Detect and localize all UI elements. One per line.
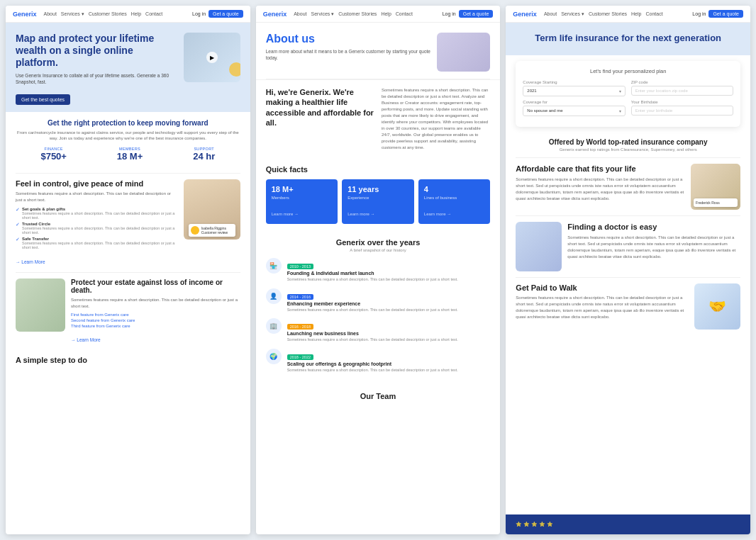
timeline-item-4: 🌍 2018 - 2022 Scaling our offerings & ge… — [266, 349, 491, 373]
panel-3: Generix About Services ▾ Customer Storie… — [506, 6, 750, 534]
nav-item-about-3[interactable]: About — [544, 11, 557, 17]
nav-item-stories-2[interactable]: Customer Stories — [338, 11, 377, 17]
about-title-2: About us — [266, 33, 432, 45]
dropdown-arrow-1: ▾ — [619, 89, 621, 94]
affordable-text-3: Affordable care that fits your life Some… — [516, 164, 685, 210]
form-label-zip: ZIP code — [631, 80, 733, 84]
generix-years-title: Generix over the years — [266, 238, 491, 247]
nav-items-1: About Services ▾ Customer Stories Help C… — [44, 11, 188, 17]
play-icon-1[interactable]: ▶ — [206, 52, 218, 63]
nav-login-1[interactable]: Log in — [192, 11, 206, 16]
nav-actions-1: Log in Get a quote — [192, 10, 243, 18]
feel-learn-more-1[interactable]: → Learn More — [16, 259, 45, 264]
form-input-zip[interactable]: Enter your location zip code — [631, 86, 733, 96]
panel-2: Generix About Services ▾ Customer Storie… — [256, 6, 501, 534]
feel-item-3: Safe Transfer Sometimes features require… — [16, 237, 178, 249]
form-input-birthdate[interactable]: Enter your birthdate — [631, 106, 733, 116]
nav-item-services-2[interactable]: Services ▾ — [311, 11, 335, 17]
nav-item-contact-3[interactable]: Contact — [645, 11, 662, 17]
timeline-year-3: 2016 - 2018 — [287, 324, 313, 330]
timeline-title-2: Enhancing member experience — [287, 301, 491, 306]
form-placeholder-birthdate: Enter your birthdate — [635, 108, 673, 113]
stat-members: MEMBERS 18 M+ — [117, 147, 143, 162]
our-team-title: Our Team — [266, 392, 491, 400]
form-input-coverage-starting[interactable]: 2021 ▾ — [523, 86, 625, 96]
nav-item-contact-1[interactable]: Contact — [145, 11, 162, 17]
nav-item-services-1[interactable]: Services ▾ — [61, 11, 84, 17]
dark-section-text-3: ⭐ ⭐ ⭐ ⭐ ⭐ — [516, 522, 740, 527]
nav-item-services-3[interactable]: Services ▾ — [561, 11, 584, 17]
finding-title-3: Finding a doctor is easy — [567, 222, 740, 232]
plan-form-3: Let's find your personalized plan Covera… — [516, 61, 740, 127]
timeline-title-3: Launching new business lines — [287, 331, 491, 336]
protect-text-1: Protect your estate against loss of inco… — [71, 279, 240, 344]
hi-title-2: Hi, we're Generix. We're making a health… — [266, 87, 374, 128]
affordable-card-name: Frederick Ross — [696, 201, 735, 205]
nav-logo-2: Generix — [263, 11, 287, 18]
feel-list-1: Set goals & plan gifts Sometimes feature… — [16, 207, 178, 249]
timeline-icon-2: 👤 — [266, 288, 282, 304]
stats-title-1: Get the right protection to keep moving … — [16, 119, 240, 127]
nav-item-about-1[interactable]: About — [44, 11, 57, 17]
nav-login-2[interactable]: Log in — [443, 11, 456, 16]
term-hero-3: Term life insurance for the next generat… — [506, 23, 750, 55]
nav-item-stories-1[interactable]: Customer Stories — [89, 11, 127, 17]
paid-image-content: 🤝 — [694, 283, 740, 330]
fact-link-experience[interactable]: Learn more → — [348, 212, 374, 216]
fact-link-members[interactable]: Learn more → — [272, 212, 299, 216]
quick-facts-2: Quick facts 18 M+ Members Learn more → 1… — [256, 158, 501, 231]
paid-desc-3: Sometimes features require a short descr… — [516, 295, 689, 320]
term-title-3: Term life insurance for the next generat… — [516, 33, 740, 44]
nav-cta-1[interactable]: Get a quote — [209, 10, 243, 18]
paid-image-3: 🤝 — [694, 283, 740, 330]
timeline-icon-4: 🌍 — [266, 349, 282, 364]
nav-login-3[interactable]: Log in — [692, 11, 706, 16]
fact-label-members: Members — [272, 196, 333, 200]
stats-subtitle-1: From car/motorcycle insurance to against… — [16, 130, 240, 142]
nav-cta-3[interactable]: Get a quote — [708, 10, 743, 18]
nav-logo-3: Generix — [513, 11, 537, 18]
stat-members-value: 18 M+ — [117, 151, 143, 162]
protect-learn-more[interactable]: → Learn More — [71, 337, 101, 342]
simple-title-1: A simple step to do — [16, 356, 240, 364]
nav-item-contact-2[interactable]: Contact — [396, 11, 413, 17]
feel-desc-1: Sometimes features require a short descr… — [16, 191, 178, 203]
nav-item-help-1[interactable]: Help — [131, 11, 141, 17]
generix-years-2: Generix over the years A brief snapshot … — [256, 231, 501, 386]
feel-item-2-desc: Sometimes features require a short descr… — [22, 226, 178, 235]
fact-link-business[interactable]: Learn more → — [424, 212, 451, 216]
timeline-desc-4: Sometimes features require a short descr… — [287, 368, 491, 373]
hero-title-1: Map and protect your lifetime wealth on … — [16, 33, 178, 68]
fact-label-experience: Experience — [348, 196, 408, 200]
nav-cta-2[interactable]: Get a quote — [459, 10, 494, 18]
hero-cta-button-1[interactable]: Get the best quotes — [16, 94, 70, 105]
finding-image-3 — [516, 222, 562, 271]
timeline-year-1: 2010 - 2013 — [287, 264, 313, 269]
nav-item-help-3[interactable]: Help — [631, 11, 641, 17]
dark-section-3: ⭐ ⭐ ⭐ ⭐ ⭐ — [506, 514, 750, 534]
timeline-content-2: 2014 - 2016 Enhancing member experience … — [287, 288, 491, 313]
plan-form-title-3: Let's find your personalized plan — [523, 68, 733, 74]
timeline-desc-1: Sometimes features require a short descr… — [287, 277, 491, 283]
stat-finance-value: $750+ — [40, 151, 67, 162]
protect-list-1: First feature from Generix care Second f… — [71, 313, 240, 328]
feel-item-2: Trusted Circle Sometimes features requir… — [16, 222, 178, 235]
stat-support: SUPPORT 24 hr — [193, 147, 215, 162]
nav-item-about-2[interactable]: About — [294, 11, 306, 17]
hero-subtitle-1: Use Generix Insurance to collate all of … — [16, 72, 178, 85]
nav-item-stories-3[interactable]: Customer Stories — [589, 11, 627, 17]
feel-item-1: Set goals & plan gifts Sometimes feature… — [16, 207, 178, 220]
nav-3: Generix About Services ▾ Customer Storie… — [506, 6, 750, 23]
nav-2: Generix About Services ▾ Customer Storie… — [256, 6, 501, 23]
timeline-content-4: 2018 - 2022 Scaling our offerings & geog… — [287, 349, 491, 373]
feel-item-3-desc: Sometimes features require a short descr… — [22, 241, 178, 249]
timeline-desc-3: Sometimes features require a short descr… — [287, 337, 491, 343]
our-team-section: Our Team — [256, 386, 501, 403]
fact-card-business: 4 Lines of business Learn more → — [418, 179, 491, 224]
protect-desc-1: Sometimes features require a short descr… — [71, 297, 240, 309]
about-hero-2: About us Learn more about what it means … — [256, 23, 501, 79]
about-subtitle-2: Learn more about what it means to be a G… — [266, 48, 432, 61]
nav-item-help-2[interactable]: Help — [381, 11, 391, 17]
form-input-coverage-for[interactable]: No spouse and me ▾ — [523, 106, 625, 116]
protect-feature-3: Third feature from Generix care — [71, 324, 240, 328]
